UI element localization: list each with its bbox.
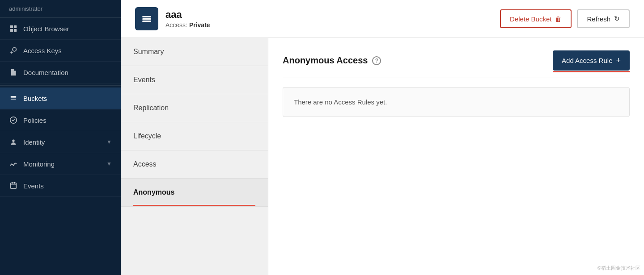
doc-icon xyxy=(9,68,18,77)
nav-item-events[interactable]: Events xyxy=(121,66,268,94)
sidebar-item-documentation[interactable]: Documentation xyxy=(0,62,121,83)
svg-rect-1 xyxy=(14,25,17,28)
sidebar-item-buckets[interactable]: Buckets xyxy=(0,88,121,109)
delete-bucket-button[interactable]: Delete Bucket 🗑 xyxy=(500,9,572,28)
sidebar-item-identity-label: Identity xyxy=(23,138,45,146)
chevron-down-icon: ▼ xyxy=(106,139,112,145)
chevron-down-icon-2: ▼ xyxy=(106,161,112,167)
nav-item-summary-label: Summary xyxy=(133,48,164,55)
panel-title: Anonymous Access ? xyxy=(283,55,381,66)
nav-item-events-label: Events xyxy=(133,76,155,83)
plus-icon: + xyxy=(616,56,621,65)
sidebar-item-object-browser-label: Object Browser xyxy=(23,25,69,33)
delete-bucket-label: Delete Bucket xyxy=(510,15,551,23)
nav-item-summary[interactable]: Summary xyxy=(121,38,268,66)
topbar-actions: Delete Bucket 🗑 Refresh ↻ xyxy=(500,9,630,28)
bucket-info: aaa Access: Private xyxy=(165,9,500,29)
nav-item-anonymous[interactable]: Anonymous xyxy=(121,179,268,207)
sidebar-divider xyxy=(0,85,121,86)
sidebar-item-events-label: Events xyxy=(23,182,44,190)
empty-state: There are no Access Rules yet. xyxy=(283,87,630,117)
main-content: aaa Access: Private Delete Bucket 🗑 Refr… xyxy=(121,0,644,275)
svg-rect-2 xyxy=(10,29,13,32)
refresh-icon: ↻ xyxy=(614,15,620,23)
right-panel: Anonymous Access ? Add Access Rule + The… xyxy=(268,38,644,275)
sidebar-item-policies-label: Policies xyxy=(23,117,47,124)
content-area: Summary Events Replication Lifecycle Acc… xyxy=(121,38,644,275)
panel-title-text: Anonymous Access xyxy=(283,55,368,66)
sidebar-item-access-keys-label: Access Keys xyxy=(23,47,62,54)
bucket-name: aaa xyxy=(165,9,500,21)
svg-rect-10 xyxy=(142,16,151,17)
svg-rect-9 xyxy=(11,183,17,189)
sidebar-item-policies[interactable]: Policies xyxy=(0,109,121,131)
policy-icon xyxy=(9,116,18,125)
empty-state-message: There are no Access Rules yet. xyxy=(294,98,387,106)
refresh-label: Refresh xyxy=(587,15,610,23)
sidebar-user: administrator xyxy=(0,0,121,18)
add-access-rule-label: Add Access Rule xyxy=(562,57,612,64)
svg-rect-4 xyxy=(11,96,17,97)
svg-rect-5 xyxy=(11,97,17,98)
sidebar-item-access-keys[interactable]: Access Keys xyxy=(0,40,121,62)
nav-item-lifecycle-label: Lifecycle xyxy=(133,132,161,140)
nav-item-replication[interactable]: Replication xyxy=(121,94,268,122)
topbar: aaa Access: Private Delete Bucket 🗑 Refr… xyxy=(121,0,644,38)
monitoring-icon xyxy=(9,159,18,168)
sidebar: administrator Object Browser Access Keys… xyxy=(0,0,121,275)
sidebar-item-monitoring[interactable]: Monitoring ▼ xyxy=(0,153,121,175)
panel-header: Anonymous Access ? Add Access Rule + xyxy=(283,50,630,78)
add-access-rule-button[interactable]: Add Access Rule + xyxy=(553,50,630,71)
svg-rect-3 xyxy=(14,29,17,32)
svg-rect-12 xyxy=(142,21,151,22)
grid-icon xyxy=(9,24,18,33)
nav-item-replication-label: Replication xyxy=(133,104,169,112)
access-label: Access: xyxy=(165,21,187,29)
key-icon xyxy=(9,46,18,55)
watermark: ©稻土园金技术社区 xyxy=(597,265,640,271)
bucket-nav-icon xyxy=(9,94,18,103)
events-icon xyxy=(9,181,18,190)
trash-icon: 🗑 xyxy=(555,15,562,23)
nav-item-access[interactable]: Access xyxy=(121,150,268,179)
sidebar-item-buckets-label: Buckets xyxy=(23,95,47,102)
bucket-access: Access: Private xyxy=(165,21,500,29)
svg-rect-11 xyxy=(142,18,151,20)
nav-item-anonymous-label: Anonymous xyxy=(133,188,174,196)
sidebar-item-events[interactable]: Events xyxy=(0,175,121,197)
svg-rect-6 xyxy=(11,99,17,100)
bucket-icon xyxy=(135,7,158,30)
refresh-button[interactable]: Refresh ↻ xyxy=(577,9,630,28)
nav-item-lifecycle[interactable]: Lifecycle xyxy=(121,122,268,150)
sidebar-item-identity[interactable]: Identity ▼ xyxy=(0,131,121,153)
sidebar-item-monitoring-label: Monitoring xyxy=(23,160,55,168)
svg-rect-0 xyxy=(10,25,13,28)
svg-point-8 xyxy=(12,140,14,142)
left-nav: Summary Events Replication Lifecycle Acc… xyxy=(121,38,268,275)
sidebar-user-label: administrator xyxy=(9,5,42,12)
access-value: Private xyxy=(189,21,210,29)
sidebar-item-object-browser[interactable]: Object Browser xyxy=(0,18,121,40)
nav-item-access-label: Access xyxy=(133,160,157,168)
identity-icon xyxy=(9,138,18,146)
sidebar-item-documentation-label: Documentation xyxy=(23,69,68,76)
help-icon[interactable]: ? xyxy=(372,56,381,65)
